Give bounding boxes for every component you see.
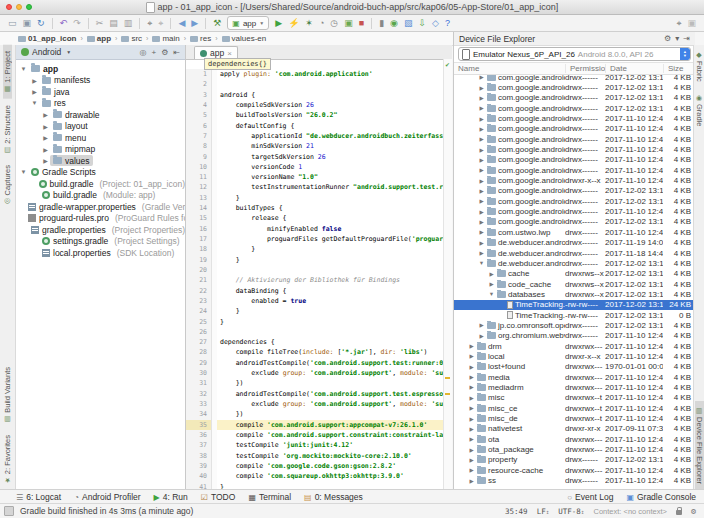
file-row[interactable]: ▶mediadrmdrwxrwx---2017-11-10 12:44 KB <box>454 382 695 392</box>
breadcrumb-item-src[interactable]: src <box>121 34 142 43</box>
chevron-right-icon[interactable]: ▶ <box>478 229 485 235</box>
debug-icon[interactable]: ✶ <box>305 15 313 31</box>
code-line[interactable]: 25} <box>186 317 444 327</box>
replace-icon[interactable]: ⌖ <box>158 15 163 31</box>
chevron-right-icon[interactable]: ▶ <box>488 271 495 277</box>
project-view-selector[interactable]: Android <box>32 47 61 57</box>
file-row[interactable]: ▶de.webducer.androiddrwx------2017-11-19… <box>454 238 695 248</box>
chevron-right-icon[interactable]: ▶ <box>478 240 485 246</box>
code-line[interactable]: 32 androidTestCompile('com.android.suppo… <box>186 389 444 399</box>
code-line[interactable]: 27dependencies { <box>186 337 444 347</box>
cut-icon[interactable]: ✂ <box>96 15 104 31</box>
tree-item-app[interactable]: ▼app <box>16 63 185 75</box>
chevron-right-icon[interactable]: ▶ <box>478 95 485 101</box>
dock-item-2-favorites[interactable]: ★2: Favorites <box>3 429 12 490</box>
chevron-right-icon[interactable]: ▶ <box>41 157 50 164</box>
chevron-right-icon[interactable]: ▶ <box>478 198 485 204</box>
breadcrumb-item-values-en[interactable]: values-en <box>222 34 267 43</box>
chevron-right-icon[interactable]: ▶ <box>478 188 485 194</box>
chevron-right-icon[interactable]: ▶ <box>468 364 475 370</box>
file-row[interactable]: ▶com.google.android.drwx------2017-11-10… <box>454 124 695 134</box>
tree-item-java[interactable]: ▶java <box>16 86 185 98</box>
chevron-right-icon[interactable]: ▶ <box>468 343 475 349</box>
chevron-right-icon[interactable]: ▶ <box>478 147 485 153</box>
code-line[interactable]: 17 proguardFiles getDefaultProguardFile(… <box>186 234 444 244</box>
code-line[interactable]: 5 buildToolsVersion "26.0.2" <box>186 110 444 120</box>
code-line[interactable]: 19 } <box>186 255 444 265</box>
chevron-right-icon[interactable]: ▶ <box>41 146 50 153</box>
code-line[interactable]: 36 compile 'com.android.support.constrai… <box>186 430 444 440</box>
device-selector[interactable]: Emulator Nexus_6P_API_26 Android 8.0.0, … <box>458 47 691 61</box>
file-row[interactable]: TimeTracking.db-rw-rw----2017-12-02 13:1… <box>454 300 695 310</box>
back-icon[interactable]: ◀ <box>178 15 185 31</box>
file-row[interactable]: ▶drmdrwxrwx---2017-11-10 12:44 KB <box>454 341 695 351</box>
chevron-right-icon[interactable]: ▶ <box>468 478 475 484</box>
file-row[interactable]: ▶org.chromium.webviedrwx------2017-11-10… <box>454 331 695 341</box>
run-config-selector[interactable]: ▣app▼ <box>227 16 269 30</box>
file-row[interactable]: ▶miscdrwxrwx--t2017-11-10 12:44 KB <box>454 393 695 403</box>
code-line[interactable]: 7 applicationId "de.webducer.androidbuch… <box>186 131 444 141</box>
collapse-all-icon[interactable]: + <box>151 48 156 57</box>
chevron-right-icon[interactable]: ▶ <box>478 209 485 215</box>
code-line[interactable]: 13 } <box>186 193 444 203</box>
tool-window-switcher-icon[interactable] <box>4 506 14 516</box>
tree-item-gradle-properties[interactable]: gradle.properties(Project Properties) <box>16 224 185 236</box>
tree-item-gradle-scripts[interactable]: ▼Gradle Scripts <box>16 167 185 179</box>
dock-item-2-structure[interactable]: ▤2: Structure <box>3 99 12 160</box>
stop-icon[interactable]: ■ <box>359 15 364 31</box>
code-line[interactable]: 21 // Aktivierung der Bibliothek für Bin… <box>186 275 444 285</box>
hide-panel-icon[interactable]: ⇤ <box>173 48 180 57</box>
chevron-right-icon[interactable]: ▶ <box>468 467 475 473</box>
stripe-mark[interactable] <box>445 393 450 395</box>
undo-icon[interactable]: ↶ <box>60 15 68 31</box>
tree-item-build-gradle[interactable]: build.gradle(Project: 01_app_icon) <box>16 178 185 190</box>
file-row[interactable]: ▶cachedrwxrws--x2017-12-02 13:14 KB <box>454 269 695 279</box>
file-row[interactable]: ▶code_cachedrwxrws--x2017-12-02 13:14 KB <box>454 279 695 289</box>
chevron-right-icon[interactable]: ▶ <box>478 157 485 163</box>
build-icon[interactable]: ⚒ <box>213 15 221 31</box>
file-row[interactable]: ▶com.google.android.drwx------2017-12-02… <box>454 186 695 196</box>
apply-changes-icon[interactable]: ⚡ <box>288 15 299 31</box>
toolwindow-button-event-log[interactable]: ○Event Log <box>567 492 613 502</box>
search-everywhere-icon[interactable]: ⌖ <box>676 15 681 31</box>
chevron-right-icon[interactable]: ▶ <box>468 374 475 380</box>
toolwindow-button-0-messages[interactable]: ▤0: Messages <box>304 492 363 502</box>
dock-item-build-variants[interactable]: ▥Build Variants <box>3 361 12 429</box>
file-row[interactable]: ▶com.ustwo.lwpdrwx------2017-11-10 12:44… <box>454 227 695 237</box>
code-line[interactable]: 28 compile fileTree(include: ['*.jar'], … <box>186 347 444 357</box>
chevron-right-icon[interactable]: ▶ <box>41 123 50 130</box>
code-line[interactable]: 31 }) <box>186 378 444 388</box>
stripe-mark[interactable] <box>445 377 450 379</box>
lock-icon[interactable] <box>676 510 682 515</box>
code-line[interactable]: 9 targetSdkVersion 26 <box>186 152 444 162</box>
encoding-widget[interactable]: UTF-8↕ <box>558 507 584 516</box>
file-row[interactable]: ▶de.webducer.androiddrwx------2017-11-18… <box>454 248 695 258</box>
chevron-right-icon[interactable]: ▶ <box>478 167 485 173</box>
chevron-right-icon[interactable]: ▶ <box>478 178 485 184</box>
dock-item-device-file-explorer[interactable]: ▥Device File Explorer <box>695 401 704 490</box>
code-line[interactable]: 29 androidTestCompile('com.android.suppo… <box>186 358 444 368</box>
chevron-right-icon[interactable]: ▶ <box>478 322 485 328</box>
tree-item-menu[interactable]: ▶menu <box>16 132 185 144</box>
code-line[interactable]: 3android { <box>186 90 444 100</box>
file-row[interactable]: ▶com.google.android.drwx------2017-12-02… <box>454 82 695 92</box>
close-tab-icon[interactable]: × <box>227 49 232 58</box>
code-line[interactable]: 39 compile 'com.google.code.gson:gson:2.… <box>186 461 444 471</box>
chevron-right-icon[interactable]: ▶ <box>30 77 39 84</box>
breadcrumb-item-01_app_icon[interactable]: 01_app_icon <box>18 34 76 43</box>
chevron-down-icon[interactable]: ▼ <box>19 169 28 175</box>
layout-inspector-icon[interactable]: ▧ <box>404 15 413 31</box>
file-row[interactable]: ▶com.google.android.drwx------2017-11-10… <box>454 144 695 154</box>
code-line[interactable]: 18 } <box>186 244 444 254</box>
tree-item-layout[interactable]: ▶layout <box>16 121 185 133</box>
code-line[interactable]: 33 exclude group: 'com.android.support',… <box>186 399 444 409</box>
avd-manager-icon[interactable]: ◉ <box>390 15 398 31</box>
code-line[interactable]: 11 versionName "1.0" <box>186 172 444 182</box>
chevron-right-icon[interactable]: ▶ <box>478 85 485 91</box>
code-line[interactable]: 12 testInstrumentationRunner "android.su… <box>186 182 444 192</box>
file-row[interactable]: ▶com.google.android.drwx------2017-12-02… <box>454 75 695 82</box>
code-area[interactable]: 1apply plugin: 'com.android.application'… <box>186 59 444 490</box>
chevron-down-icon[interactable]: ▼ <box>488 291 495 297</box>
settings-gear-icon[interactable]: ⚙ <box>664 34 671 43</box>
find-icon[interactable]: ⌖ <box>147 15 152 31</box>
